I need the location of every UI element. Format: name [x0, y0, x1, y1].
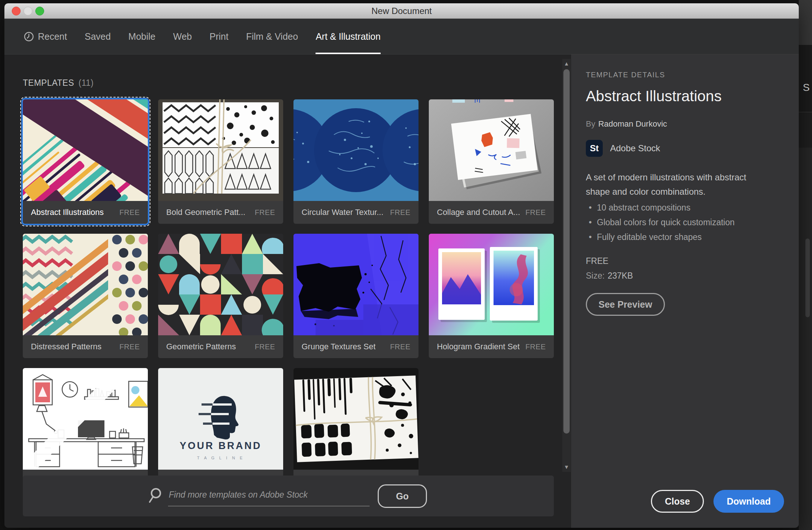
- template-caption: Abstract Illustrations FREE: [23, 201, 148, 224]
- template-name: Hologram Gradient Set: [437, 342, 520, 351]
- stock-search-panel: Go: [23, 476, 554, 516]
- template-card-grunge-textures[interactable]: Grunge Textures Set FREE: [293, 234, 419, 358]
- tab-saved[interactable]: Saved: [85, 19, 111, 54]
- template-name: Abstract Illustrations: [31, 208, 104, 217]
- templates-section-header: TEMPLATES(11): [23, 78, 94, 88]
- details-bullet-list: 10 abstract compositions Global colors f…: [587, 200, 735, 244]
- template-caption: Grunge Textures Set FREE: [293, 335, 419, 358]
- by-label: By: [586, 119, 595, 128]
- details-panel-label: TEMPLATE DETAILS: [586, 71, 665, 79]
- bullet-item: 10 abstract compositions: [587, 200, 735, 215]
- template-caption: Collage and Cutout A... FREE: [429, 201, 554, 224]
- template-caption: Distressed Patterns FREE: [23, 335, 148, 358]
- details-size: Size:237KB: [586, 271, 633, 281]
- download-button[interactable]: Download: [713, 490, 784, 513]
- size-value: 237KB: [608, 271, 633, 280]
- template-card-workspace[interactable]: [23, 368, 148, 492]
- bullet-item: Fully editable vector shapes: [587, 230, 735, 244]
- background-app-panel-low: [799, 112, 812, 148]
- new-document-dialog: New Document Recent Saved Mobile Web Pri…: [4, 3, 799, 528]
- template-name: Bold Geometric Patt...: [166, 208, 245, 217]
- template-caption: Hologram Gradient Set FREE: [429, 335, 554, 358]
- tab-label: Web: [173, 31, 192, 42]
- window-title: New Document: [4, 3, 799, 19]
- template-card-circular-water[interactable]: Circular Water Textur... FREE: [293, 99, 419, 224]
- template-price: FREE: [526, 343, 546, 351]
- template-card-ink-pattern[interactable]: [293, 368, 419, 492]
- template-price: FREE: [390, 208, 410, 217]
- template-price: FREE: [526, 208, 546, 217]
- background-app-panel-mid: [799, 45, 812, 112]
- template-card-abstract-illustrations[interactable]: Abstract Illustrations FREE: [23, 99, 148, 224]
- template-card-distressed-patterns[interactable]: Distressed Patterns FREE: [23, 234, 148, 358]
- scrollbar-thumb[interactable]: [563, 69, 570, 434]
- close-button[interactable]: Close: [651, 490, 704, 513]
- tab-label: Art & Illustration: [316, 31, 380, 42]
- adobe-stock-label: Adobe Stock: [610, 143, 660, 153]
- template-name: Geometric Patterns: [166, 342, 236, 351]
- tab-web[interactable]: Web: [173, 19, 192, 54]
- titlebar: New Document: [4, 3, 799, 19]
- template-price: FREE: [255, 208, 275, 217]
- brand-tagline-text: T A G L I N E: [197, 456, 245, 460]
- template-thumbnail: [293, 234, 419, 335]
- tab-print[interactable]: Print: [210, 19, 228, 54]
- template-name: Collage and Cutout A...: [437, 208, 520, 217]
- background-app-strip: S: [799, 0, 812, 530]
- template-thumbnail: [158, 99, 283, 201]
- adobe-stock-row: St Adobe Stock: [586, 140, 660, 157]
- clock-icon: [24, 32, 34, 42]
- screen: S New Document Recent Saved Mobile Web P…: [0, 0, 812, 530]
- brand-title-text: YOUR BRAND: [179, 440, 261, 451]
- template-thumbnail: [429, 99, 554, 201]
- template-caption: Circular Water Textur... FREE: [293, 201, 419, 224]
- template-thumbnail: [23, 368, 148, 470]
- template-price: FREE: [390, 343, 410, 351]
- background-app-panel-top: [799, 0, 812, 45]
- details-description: A set of modern illustrations with abstr…: [586, 170, 762, 199]
- tab-art-illustration[interactable]: Art & Illustration: [316, 19, 380, 54]
- scrollbar-up-icon[interactable]: ▲: [562, 60, 571, 68]
- go-button[interactable]: Go: [378, 484, 427, 508]
- template-name: Grunge Textures Set: [302, 342, 375, 351]
- search-input[interactable]: [168, 484, 370, 506]
- template-caption: Bold Geometric Patt... FREE: [158, 201, 283, 224]
- author-name: Radoman Durkovic: [598, 119, 667, 128]
- template-price: FREE: [120, 208, 140, 217]
- details-title: Abstract Illustrations: [586, 88, 722, 105]
- template-card-hologram-gradient[interactable]: Hologram Gradient Set FREE: [429, 234, 554, 358]
- tab-label: Recent: [38, 31, 67, 42]
- template-card-bold-geometric[interactable]: Bold Geometric Patt... FREE: [158, 99, 283, 224]
- template-price: FREE: [255, 343, 275, 351]
- scrollbar-down-icon[interactable]: ▼: [562, 463, 571, 471]
- template-list-scrollbar[interactable]: ▲ ▼: [562, 59, 571, 472]
- template-card-geometric-patterns[interactable]: Geometric Patterns FREE: [158, 234, 283, 358]
- template-name: Distressed Patterns: [31, 342, 102, 351]
- tab-label: Mobile: [128, 31, 156, 42]
- tab-mobile[interactable]: Mobile: [128, 19, 156, 54]
- template-name: Circular Water Textur...: [302, 208, 384, 217]
- template-card-collage-cutout[interactable]: Collage and Cutout A... FREE: [429, 99, 554, 224]
- template-thumbnail: YOUR BRAND T A G L I N E: [158, 368, 283, 470]
- background-app-partial-text: S: [803, 82, 810, 93]
- size-label: Size:: [586, 271, 605, 280]
- template-thumbnail: [158, 234, 283, 335]
- template-details-panel: TEMPLATE DETAILS Abstract Illustrations …: [571, 54, 799, 528]
- see-preview-button[interactable]: See Preview: [586, 293, 665, 316]
- template-thumbnail: [293, 99, 419, 201]
- bullet-item: Global colors for quick customization: [587, 215, 735, 230]
- tab-film-video[interactable]: Film & Video: [246, 19, 298, 54]
- template-price: FREE: [120, 343, 140, 351]
- tab-label: Print: [210, 31, 228, 42]
- template-caption: Geometric Patterns FREE: [158, 335, 283, 358]
- search-icon: [148, 487, 163, 505]
- template-thumbnail: [23, 234, 148, 335]
- tab-label: Saved: [85, 31, 111, 42]
- templates-label: TEMPLATES: [23, 78, 74, 88]
- details-price: FREE: [586, 256, 608, 266]
- templates-count: (11): [79, 78, 94, 88]
- tabbar: Recent Saved Mobile Web Print Film & Vid…: [4, 19, 799, 54]
- tab-recent[interactable]: Recent: [24, 19, 67, 54]
- template-card-your-brand[interactable]: YOUR BRAND T A G L I N E: [158, 368, 283, 492]
- template-thumbnail: [429, 234, 554, 335]
